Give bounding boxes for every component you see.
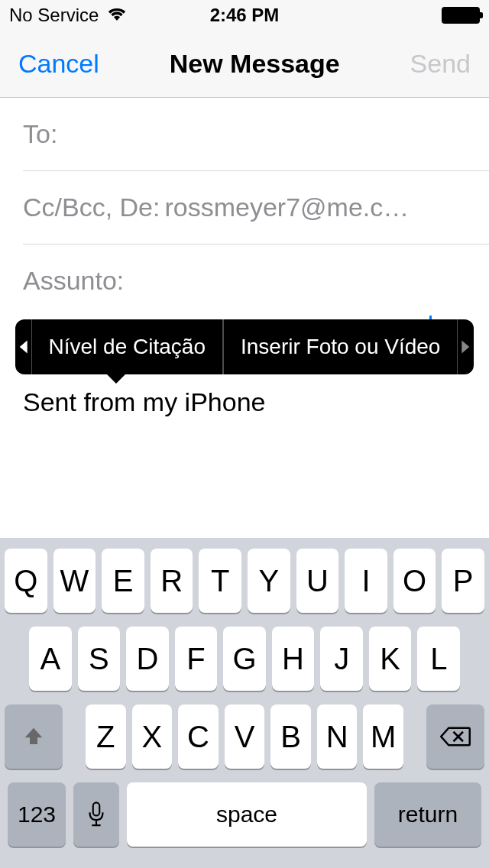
key-v[interactable]: V [225,704,265,769]
space-key[interactable]: space [127,782,367,847]
shift-key[interactable] [5,704,63,769]
key-i[interactable]: I [345,549,387,613]
mic-key[interactable] [73,782,119,847]
key-w[interactable]: W [53,549,96,613]
to-label: To: [23,119,57,149]
send-button[interactable]: Send [410,49,471,79]
insert-photo-video-button[interactable]: Inserir Foto ou Vídeo [223,319,458,374]
signature: Sent from my iPhone [23,384,466,421]
keyboard: QWERTYUIOP ASDFGHJKL ZXCVBNM 123 space r… [0,538,489,868]
key-y[interactable]: Y [248,549,290,613]
numbers-key[interactable]: 123 [8,782,66,847]
key-h[interactable]: H [272,627,315,691]
key-c[interactable]: C [178,704,219,769]
carrier-label: No Service [9,5,99,26]
ccbcc-value: rossmeyer7@me.c… [164,193,409,222]
key-b[interactable]: B [270,704,311,769]
status-bar: No Service 2:46 PM [0,0,489,31]
key-f[interactable]: F [175,627,218,691]
to-field[interactable]: To: [23,98,489,171]
ccbcc-field[interactable]: Cc/Bcc, De: rossmeyer7@me.c… [23,171,489,245]
menu-prev-icon[interactable] [15,319,31,374]
menu-next-icon[interactable] [458,319,474,374]
key-d[interactable]: D [126,627,169,691]
key-m[interactable]: M [363,704,403,769]
key-u[interactable]: U [296,549,339,613]
key-o[interactable]: O [393,549,436,613]
key-x[interactable]: X [132,704,173,769]
ccbcc-label: Cc/Bcc, De: [23,193,160,222]
key-j[interactable]: J [320,627,363,691]
key-t[interactable]: T [199,549,241,613]
svg-rect-0 [93,802,100,815]
key-r[interactable]: R [151,549,193,613]
key-g[interactable]: G [223,627,266,691]
key-p[interactable]: P [442,549,484,613]
subject-field[interactable]: Assunto: [23,245,489,303]
key-a[interactable]: A [29,627,72,691]
edit-menu: Nível de Citação Inserir Foto ou Vídeo [15,319,474,374]
return-key[interactable]: return [374,782,481,847]
battery-icon [442,7,480,24]
key-q[interactable]: Q [5,549,47,613]
key-e[interactable]: E [102,549,144,613]
key-z[interactable]: Z [86,704,126,769]
compose-area: To: Cc/Bcc, De: rossmeyer7@me.c… Assunto… [0,98,489,303]
key-k[interactable]: K [369,627,412,691]
wifi-icon [106,5,128,26]
backspace-key[interactable] [426,704,484,769]
cancel-button[interactable]: Cancel [18,49,99,79]
key-n[interactable]: N [317,704,358,769]
nav-bar: Cancel New Message Send [0,31,489,98]
subject-label: Assunto: [23,266,124,296]
key-l[interactable]: L [417,627,460,691]
quote-level-button[interactable]: Nível de Citação [31,319,223,374]
key-s[interactable]: S [78,627,121,691]
page-title: New Message [170,49,340,79]
